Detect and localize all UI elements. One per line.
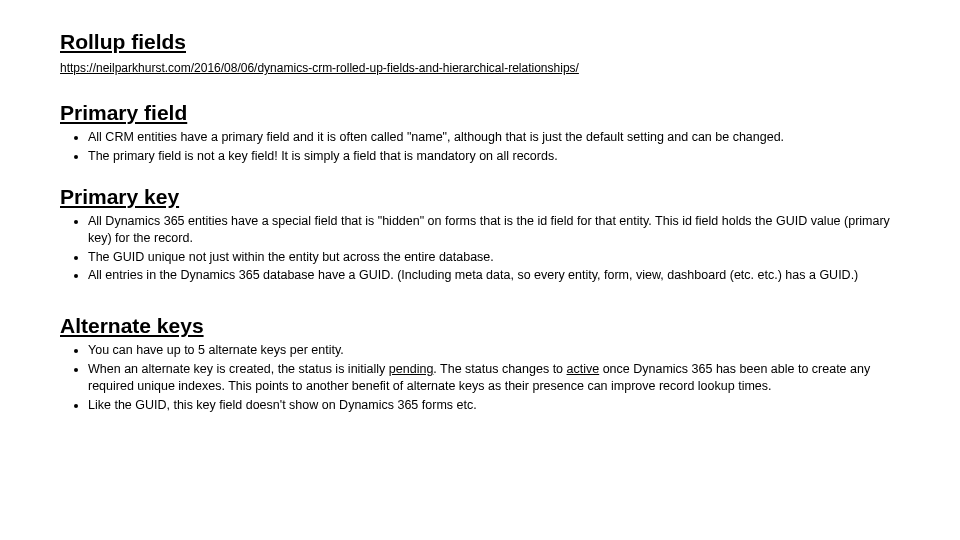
- heading-primary-key: Primary key: [60, 185, 900, 209]
- list-item: When an alternate key is created, the st…: [88, 361, 900, 395]
- text-fragment: . The status changes to: [433, 362, 566, 376]
- list-item: All Dynamics 365 entities have a special…: [88, 213, 900, 247]
- list-item: The GUID unique not just within the enti…: [88, 249, 900, 266]
- list-item: Like the GUID, this key field doesn't sh…: [88, 397, 900, 414]
- link-rollup-article[interactable]: https://neilparkhurst.com/2016/08/06/dyn…: [60, 61, 579, 75]
- list-primary-key: All Dynamics 365 entities have a special…: [60, 213, 900, 285]
- slide-content: Rollup fields https://neilparkhurst.com/…: [0, 0, 960, 444]
- list-item: All entries in the Dynamics 365 database…: [88, 267, 900, 284]
- underlined-text: pending: [389, 362, 434, 376]
- list-item: You can have up to 5 alternate keys per …: [88, 342, 900, 359]
- list-primary-field: All CRM entities have a primary field an…: [60, 129, 900, 165]
- heading-primary-field: Primary field: [60, 101, 900, 125]
- heading-rollup-fields: Rollup fields: [60, 30, 900, 54]
- list-item: All CRM entities have a primary field an…: [88, 129, 900, 146]
- heading-alternate-keys: Alternate keys: [60, 314, 900, 338]
- list-alternate-keys: You can have up to 5 alternate keys per …: [60, 342, 900, 414]
- text-fragment: When an alternate key is created, the st…: [88, 362, 389, 376]
- underlined-text: active: [567, 362, 600, 376]
- list-item: The primary field is not a key field! It…: [88, 148, 900, 165]
